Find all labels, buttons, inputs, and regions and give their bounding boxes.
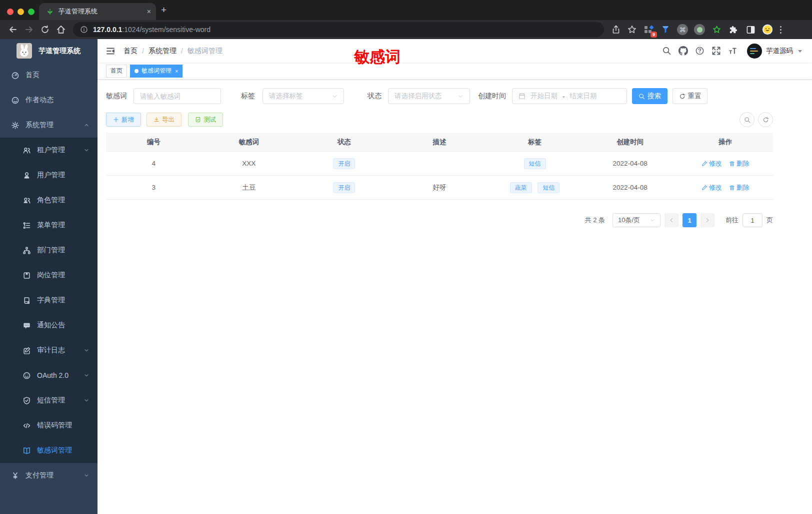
breadcrumb-home[interactable]: 首页 <box>124 47 138 56</box>
cell-create-time: 2022-04-08 <box>582 184 678 191</box>
tab-close-icon[interactable]: × <box>147 8 151 16</box>
page-size-select[interactable]: 10条/页 <box>612 213 660 227</box>
col-description: 描述 <box>392 138 488 147</box>
sidebar-item-post-mgmt[interactable]: 岗位管理 <box>0 263 98 288</box>
sidebar-item-home[interactable]: 首页 <box>0 63 98 88</box>
sidebar-item-dept-mgmt[interactable]: 部门管理 <box>0 238 98 263</box>
sidebar-item-oauth[interactable]: OAuth 2.0 <box>0 363 98 388</box>
post-icon <box>22 271 31 280</box>
show-search-button[interactable] <box>740 112 754 127</box>
audit-icon <box>22 346 31 355</box>
delete-link[interactable]: 删除 <box>729 183 750 192</box>
home-icon[interactable] <box>56 25 66 35</box>
cell-id: 3 <box>106 184 202 191</box>
end-date-placeholder[interactable]: 结束日期 <box>570 92 597 101</box>
chevron-left-icon <box>669 218 674 223</box>
puzzle-extensions-icon[interactable] <box>728 24 739 35</box>
sidebar-item-notice-mgmt[interactable]: 通知公告 <box>0 313 98 338</box>
tags-view-bar: 首页 敏感词管理 × <box>98 63 812 80</box>
close-window-button[interactable] <box>7 9 14 15</box>
user-menu-caret-icon[interactable] <box>798 50 802 53</box>
new-tab-button[interactable]: + <box>161 5 166 15</box>
add-button[interactable]: 新增 <box>106 113 141 127</box>
page-number-1[interactable]: 1 <box>682 213 696 227</box>
minimize-window-button[interactable] <box>18 9 24 15</box>
tag-home[interactable]: 首页 <box>106 65 127 78</box>
sidebar-item-author-news[interactable]: 作者动态 <box>0 88 98 113</box>
tag-close-icon[interactable]: × <box>175 68 178 74</box>
sidebar-item-menu-mgmt[interactable]: 菜单管理 <box>0 213 98 238</box>
prev-page-button[interactable] <box>664 213 678 227</box>
sidebar-item-sms-mgmt[interactable]: 短信管理 <box>0 388 98 413</box>
tab-manager-extension-icon[interactable]: 9 <box>643 24 654 35</box>
header-search-icon[interactable] <box>662 46 672 56</box>
edit-link[interactable]: 修改 <box>702 183 722 192</box>
user-name[interactable]: 芋道源码 <box>766 47 793 56</box>
sidebar-item-system-mgmt[interactable]: 系统管理 <box>0 113 98 138</box>
search-button[interactable]: 搜索 <box>632 88 668 104</box>
breadcrumb-current: 敏感词管理 <box>188 47 222 56</box>
role-icon <box>22 196 31 205</box>
chrome-menu-icon[interactable] <box>780 26 782 34</box>
status-select[interactable]: 请选择启用状态 <box>388 88 470 104</box>
sidebar-item-payment-mgmt[interactable]: 支付管理 <box>0 463 98 488</box>
github-icon[interactable] <box>678 46 688 56</box>
back-icon[interactable] <box>8 25 18 35</box>
date-range-picker[interactable]: 开始日期 - 结束日期 <box>512 88 627 104</box>
font-size-icon[interactable] <box>728 46 738 56</box>
window-controls[interactable] <box>7 9 34 15</box>
help-icon[interactable] <box>695 46 704 56</box>
sidebar-item-tenant-mgmt[interactable]: 租户管理 <box>0 138 98 163</box>
test-button[interactable]: 测试 <box>188 113 223 127</box>
funnel-extension-icon[interactable] <box>660 24 671 35</box>
dict-icon <box>22 296 31 305</box>
refresh-table-button[interactable] <box>758 112 773 127</box>
share-icon[interactable] <box>611 25 621 35</box>
command-extension-icon[interactable]: ⌘ <box>677 24 688 35</box>
tag-select[interactable]: 请选择标签 <box>262 88 344 104</box>
fullscreen-icon[interactable] <box>712 46 721 56</box>
reset-button[interactable]: 重置 <box>672 88 708 104</box>
start-date-placeholder[interactable]: 开始日期 <box>530 92 558 101</box>
sidebar-item-user-mgmt[interactable]: 用户管理 <box>0 163 98 188</box>
document-check-icon <box>195 117 201 123</box>
reload-icon[interactable] <box>40 25 50 35</box>
sidebar-item-dict-mgmt[interactable]: 字典管理 <box>0 288 98 313</box>
open-book-icon <box>22 446 31 455</box>
browser-tab[interactable]: 芋道管理系统 × <box>39 3 156 20</box>
profile-avatar-icon[interactable] <box>762 24 773 35</box>
bookmark-star-icon[interactable] <box>627 25 637 35</box>
sidebar-item-sensitive-word-mgmt[interactable]: 敏感词管理 <box>0 438 98 463</box>
search-icon <box>744 117 750 123</box>
cell-tags: 短信 <box>487 158 582 169</box>
keyword-input[interactable] <box>134 88 221 104</box>
tag-badge: 短信 <box>524 158 546 169</box>
delete-link[interactable]: 删除 <box>729 159 750 168</box>
forward-icon[interactable] <box>24 25 34 35</box>
collapse-sidebar-icon[interactable] <box>106 46 116 56</box>
sidebar-item-audit-log[interactable]: 审计日志 <box>0 338 98 363</box>
url-bar[interactable]: 127.0.0.1:1024/system/sensitive-word <box>73 22 604 37</box>
gear-icon <box>11 121 20 130</box>
sidebar-logo-row[interactable]: 芋道管理系统 <box>0 39 98 63</box>
breadcrumb-system[interactable]: 系统管理 <box>148 47 176 56</box>
recorder-extension-icon[interactable] <box>694 24 705 35</box>
sidebar-item-error-code-mgmt[interactable]: 错误码管理 <box>0 413 98 438</box>
green-star-extension-icon[interactable] <box>711 24 722 35</box>
goto-page-input[interactable] <box>742 213 762 227</box>
info-icon[interactable] <box>80 26 88 34</box>
app-logo <box>16 43 32 59</box>
zoom-window-button[interactable] <box>28 9 34 15</box>
edit-link[interactable]: 修改 <box>702 159 722 168</box>
sidebar-item-role-mgmt[interactable]: 角色管理 <box>0 188 98 213</box>
main-area: 敏感词 首页 / 系统管理 / 敏感词管理 <box>98 39 812 514</box>
export-button[interactable]: 导出 <box>146 113 182 127</box>
next-page-button[interactable] <box>700 213 714 227</box>
status-badge: 开启 <box>333 158 355 169</box>
tag-sensitive-word-active[interactable]: 敏感词管理 × <box>130 65 182 78</box>
status-filter-label: 状态 <box>368 92 382 101</box>
pencil-icon <box>702 161 708 167</box>
notice-icon <box>22 321 31 330</box>
user-avatar[interactable] <box>747 44 762 59</box>
reader-mode-extension-icon[interactable] <box>745 24 756 35</box>
